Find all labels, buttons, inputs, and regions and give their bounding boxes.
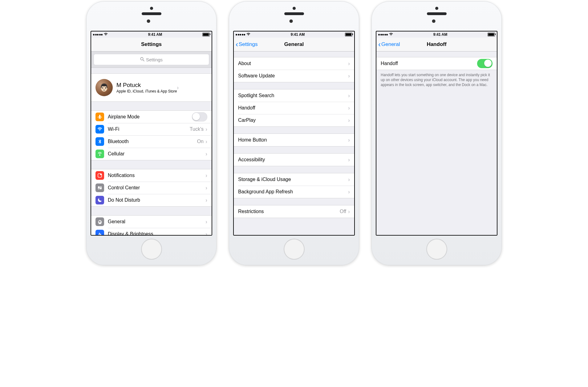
signal-dots-icon (378, 34, 388, 35)
wifi-label: Wi-Fi (108, 126, 190, 132)
chevron-left-icon: ‹ (378, 41, 381, 48)
home-button[interactable] (141, 239, 162, 260)
carplay-cell[interactable]: CarPlay › (234, 114, 354, 126)
profile-name: M Potuck (116, 82, 177, 89)
airplane-toggle[interactable] (192, 112, 207, 121)
handoff-list[interactable]: Handoff Handoff lets you start something… (376, 51, 497, 235)
cellular-cell[interactable]: Cellular › (91, 148, 212, 160)
notifications-icon (95, 171, 104, 180)
chevron-right-icon: › (205, 231, 207, 235)
chevron-right-icon: › (348, 93, 350, 99)
chevron-right-icon: › (205, 138, 207, 145)
home-button-cell[interactable]: Home Button › (234, 134, 354, 146)
chevron-right-icon: › (205, 197, 207, 204)
chevron-right-icon: › (205, 219, 207, 225)
software-update-cell[interactable]: Software Update › (234, 70, 354, 82)
avatar: 👨🏻 (95, 79, 113, 96)
chevron-left-icon: ‹ (236, 41, 238, 48)
chevron-right-icon: › (205, 126, 207, 133)
airplane-icon (95, 113, 104, 121)
notifications-cell[interactable]: Notifications › (91, 169, 212, 182)
background-refresh-cell[interactable]: Background App Refresh › (234, 186, 354, 198)
phone-handoff: 9:41 AM ‹ General Handoff Handoff Handof… (371, 1, 502, 265)
phone-settings: 9:41 AM Settings Settings 👨🏻 M P (86, 1, 217, 265)
handoff-toggle[interactable] (477, 59, 493, 68)
handoff-toggle-cell[interactable]: Handoff (376, 57, 497, 70)
moon-icon (95, 196, 104, 204)
nav-bar: ‹ Settings General (234, 38, 354, 51)
svg-text:A: A (100, 233, 102, 235)
phone-general: 9:41 AM ‹ Settings General About › Softw… (229, 1, 359, 265)
display-brightness-cell[interactable]: AA Display & Brightness › (91, 228, 212, 235)
chevron-right-icon: › (348, 73, 350, 79)
search-icon (140, 57, 144, 62)
status-bar: 9:41 AM (376, 31, 497, 38)
nav-back-label: General (381, 41, 400, 47)
nav-title: Settings (141, 41, 162, 47)
battery-icon (345, 33, 352, 36)
restrictions-value: Off (340, 209, 346, 214)
airplane-label: Airplane Mode (108, 114, 192, 120)
svg-point-7 (100, 187, 101, 187)
home-button[interactable] (284, 239, 305, 260)
general-label: General (108, 219, 205, 224)
chevron-right-icon: › (348, 105, 350, 111)
general-cell[interactable]: General › (91, 216, 212, 228)
chevron-right-icon: › (348, 117, 350, 124)
nav-back-button[interactable]: ‹ General (378, 38, 400, 51)
search-input[interactable]: Settings (94, 54, 209, 65)
status-bar: 9:41 AM (91, 31, 212, 38)
restrictions-cell[interactable]: Restrictions Off › (234, 205, 354, 218)
general-list[interactable]: About › Software Update › Spotlight Sear… (234, 51, 354, 235)
settings-list[interactable]: 👨🏻 M Potuck Apple ID, iCloud, iTunes & A… (91, 68, 212, 235)
search-placeholder: Settings (146, 57, 163, 62)
signal-dots-icon (236, 34, 245, 35)
home-button[interactable] (426, 239, 447, 260)
apple-id-cell[interactable]: 👨🏻 M Potuck Apple ID, iCloud, iTunes & A… (91, 74, 212, 101)
bluetooth-cell[interactable]: Bluetooth On › (91, 135, 212, 148)
do-not-disturb-cell[interactable]: Do Not Disturb › (91, 194, 212, 206)
svg-point-5 (98, 188, 99, 189)
storage-cell[interactable]: Storage & iCloud Usage › (234, 173, 354, 186)
status-bar: 9:41 AM (234, 31, 354, 38)
chevron-right-icon: › (205, 185, 207, 191)
wifi-icon (104, 32, 108, 37)
chevron-right-icon: › (205, 151, 207, 157)
wifi-icon (389, 32, 393, 37)
nav-bar: Settings (91, 38, 212, 51)
nav-title: Handoff (427, 41, 446, 47)
bluetooth-value: On (197, 139, 204, 144)
bluetooth-label: Bluetooth (108, 139, 197, 144)
wifi-settings-icon (95, 125, 104, 134)
status-time: 9:41 AM (148, 32, 162, 37)
profile-subtitle: Apple ID, iCloud, iTunes & App Store (116, 89, 177, 93)
notifications-label: Notifications (108, 173, 205, 178)
wifi-value: Tuck's (190, 126, 204, 132)
display-label: Display & Brightness (108, 231, 205, 235)
nav-bar: ‹ General Handoff (376, 38, 497, 51)
search-container: Settings (91, 51, 212, 68)
control-center-cell[interactable]: Control Center › (91, 182, 212, 194)
chevron-right-icon: › (348, 176, 350, 183)
chevron-right-icon: › (348, 208, 350, 215)
nav-back-button[interactable]: ‹ Settings (236, 38, 258, 51)
accessibility-cell[interactable]: Accessibility › (234, 154, 354, 166)
spotlight-search-cell[interactable]: Spotlight Search › (234, 89, 354, 102)
airplane-mode-cell[interactable]: Airplane Mode (91, 111, 212, 123)
wifi-icon (246, 32, 250, 37)
nav-title: General (284, 41, 304, 47)
svg-point-3 (100, 174, 102, 175)
signal-dots-icon (93, 34, 103, 35)
dnd-label: Do Not Disturb (108, 197, 205, 203)
about-cell[interactable]: About › (234, 57, 354, 70)
battery-icon (488, 33, 495, 36)
handoff-description: Handoff lets you start something on one … (376, 70, 497, 88)
cellular-icon (95, 150, 104, 158)
bluetooth-icon (95, 137, 104, 146)
chevron-right-icon: › (205, 172, 207, 179)
control-center-label: Control Center (108, 185, 205, 191)
wifi-cell[interactable]: Wi-Fi Tuck's › (91, 123, 212, 135)
handoff-cell[interactable]: Handoff › (234, 102, 354, 114)
display-icon: AA (95, 230, 104, 235)
status-time: 9:41 AM (433, 32, 448, 37)
